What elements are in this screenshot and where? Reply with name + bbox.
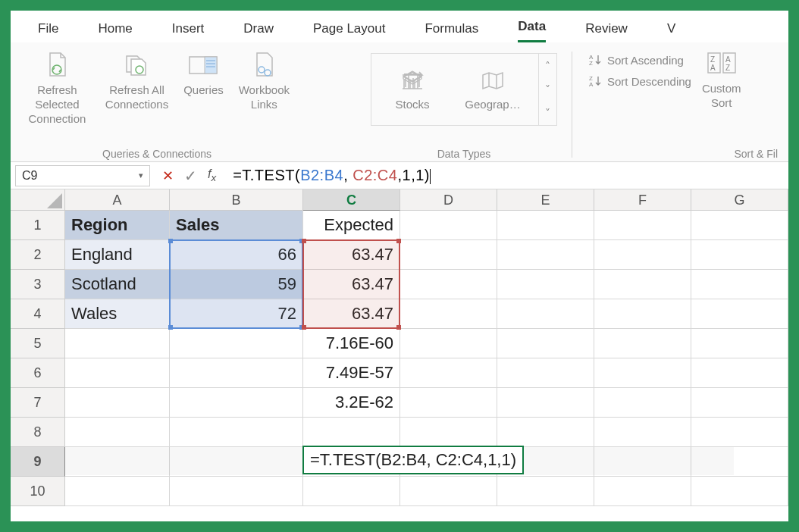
cell-A8[interactable] <box>65 418 170 447</box>
cell-A5[interactable] <box>65 329 170 358</box>
tab-file[interactable]: File <box>38 15 58 42</box>
cell-B2[interactable]: 66 <box>170 240 303 270</box>
cell-C2[interactable]: 63.47 <box>303 240 400 270</box>
chevron-more-icon[interactable]: ˅ <box>545 107 550 119</box>
cell-C8[interactable] <box>303 418 400 447</box>
cell-E8[interactable] <box>497 418 594 447</box>
cell-C10[interactable] <box>303 477 400 506</box>
col-header-D[interactable]: D <box>400 189 497 211</box>
cell-E10[interactable] <box>497 477 594 506</box>
tab-page-layout[interactable]: Page Layout <box>313 15 385 42</box>
cell-B7[interactable] <box>170 388 303 418</box>
cell-A10[interactable] <box>65 477 170 506</box>
col-header-B[interactable]: B <box>170 189 303 211</box>
data-types-gallery[interactable]: Stocks Geograp… ˄ ˅ ˅ <box>371 53 557 126</box>
geography-button[interactable]: Geograp… <box>458 69 528 111</box>
cell-G7[interactable] <box>691 388 788 418</box>
cell-edit-overlay[interactable]: =T.TEST(B2:B4, C2:C4,1,1) <box>302 446 524 474</box>
tab-home[interactable]: Home <box>98 15 132 42</box>
tab-review[interactable]: Review <box>585 15 628 42</box>
cell-F5[interactable] <box>594 329 691 358</box>
refresh-all-button[interactable]: Refresh All Connections <box>105 50 168 112</box>
enter-button[interactable]: ✓ <box>184 167 197 185</box>
cell-D6[interactable] <box>400 358 497 388</box>
tab-formulas[interactable]: Formulas <box>425 15 478 42</box>
row-header-5[interactable]: 5 <box>11 329 65 358</box>
cell-D3[interactable] <box>400 270 497 299</box>
row-header-6[interactable]: 6 <box>11 358 65 388</box>
col-header-G[interactable]: G <box>691 189 788 211</box>
cell-D8[interactable] <box>400 418 497 447</box>
cell-F6[interactable] <box>594 358 691 388</box>
cell-G10[interactable] <box>691 477 788 506</box>
cell-G8[interactable] <box>691 418 788 447</box>
cell-F8[interactable] <box>594 418 691 447</box>
cell-C4[interactable]: 63.47 <box>303 299 400 329</box>
cell-B5[interactable] <box>170 329 303 358</box>
row-header-8[interactable]: 8 <box>11 418 65 447</box>
cell-C7[interactable]: 3.2E-62 <box>303 388 400 418</box>
stocks-button[interactable]: Stocks <box>378 69 447 111</box>
tab-data[interactable]: Data <box>518 13 546 42</box>
col-header-C[interactable]: C <box>303 189 400 211</box>
cell-A1[interactable]: Region <box>65 211 170 240</box>
cell-F10[interactable] <box>594 477 691 506</box>
refresh-selected-button[interactable]: Refresh Selected Connection <box>24 50 90 126</box>
sort-descending-button[interactable]: ZA Sort Descending <box>589 74 691 88</box>
tab-insert[interactable]: Insert <box>172 15 205 42</box>
cell-F2[interactable] <box>594 240 691 270</box>
cell-F1[interactable] <box>594 211 691 240</box>
cell-G6[interactable] <box>691 358 788 388</box>
row-header-9[interactable]: 9 <box>11 447 65 477</box>
cell-A4[interactable]: Wales <box>65 299 170 329</box>
cell-E2[interactable] <box>497 240 594 270</box>
cell-C1[interactable]: Expected <box>303 211 400 240</box>
cell-E6[interactable] <box>497 358 594 388</box>
queries-button[interactable]: Queries <box>183 50 224 98</box>
cell-B4[interactable]: 72 <box>170 299 303 329</box>
col-header-A[interactable]: A <box>65 189 170 211</box>
cancel-button[interactable]: ✕ <box>162 167 174 184</box>
chevron-up-icon[interactable]: ˄ <box>545 60 550 72</box>
cell-D7[interactable] <box>400 388 497 418</box>
cell-B1[interactable]: Sales <box>170 211 303 240</box>
cell-G5[interactable] <box>691 329 788 358</box>
cell-A2[interactable]: England <box>65 240 170 270</box>
cell-D5[interactable] <box>400 329 497 358</box>
cell-C3[interactable]: 63.47 <box>303 270 400 299</box>
cell-F7[interactable] <box>594 388 691 418</box>
cell-D2[interactable] <box>400 240 497 270</box>
row-header-3[interactable]: 3 <box>11 270 65 299</box>
cell-A7[interactable] <box>65 388 170 418</box>
cell-G2[interactable] <box>691 240 788 270</box>
select-all-corner[interactable] <box>11 189 65 211</box>
cell-E4[interactable] <box>497 299 594 329</box>
cell-B6[interactable] <box>170 358 303 388</box>
name-box[interactable]: C9 ▾ <box>15 165 150 186</box>
cell-E1[interactable] <box>497 211 594 240</box>
cell-B8[interactable] <box>170 418 303 447</box>
cell-D1[interactable] <box>400 211 497 240</box>
chevron-down-icon[interactable]: ▾ <box>139 171 143 180</box>
row-header-10[interactable]: 10 <box>11 477 65 506</box>
col-header-F[interactable]: F <box>594 189 691 211</box>
cell-E5[interactable] <box>497 329 594 358</box>
cell-D4[interactable] <box>400 299 497 329</box>
cell-C6[interactable]: 7.49E-57 <box>303 358 400 388</box>
gallery-spinner[interactable]: ˄ ˅ ˅ <box>538 54 550 125</box>
tab-view-partial[interactable]: V <box>667 15 675 42</box>
formula-input[interactable]: =T.TEST(B2:B4, C2:C4,1,1) <box>224 167 788 184</box>
cell-E3[interactable] <box>497 270 594 299</box>
cell-B10[interactable] <box>170 477 303 506</box>
cell-E7[interactable] <box>497 388 594 418</box>
row-header-7[interactable]: 7 <box>11 388 65 418</box>
cell-A3[interactable]: Scotland <box>65 270 170 299</box>
cell-A6[interactable] <box>65 358 170 388</box>
cell-B3[interactable]: 59 <box>170 270 303 299</box>
cell-F3[interactable] <box>594 270 691 299</box>
workbook-links-button[interactable]: Workbook Links <box>239 50 290 112</box>
col-header-E[interactable]: E <box>497 189 594 211</box>
row-header-1[interactable]: 1 <box>11 211 65 240</box>
row-header-2[interactable]: 2 <box>11 240 65 270</box>
chevron-down-icon[interactable]: ˅ <box>545 83 550 95</box>
